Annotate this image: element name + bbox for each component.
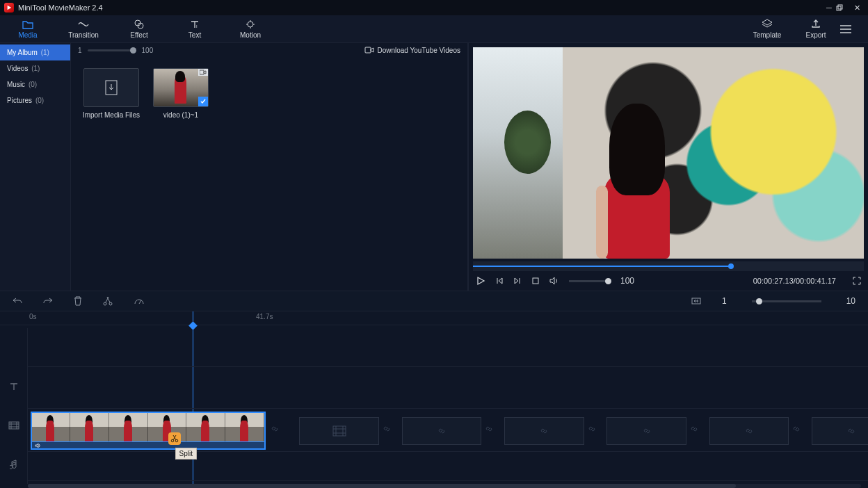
- media-item-label: video (1)~1: [152, 111, 210, 119]
- tab-label: Text: [167, 31, 223, 39]
- download-youtube-button[interactable]: Download YouTube Videos: [364, 46, 460, 54]
- zoom-slider[interactable]: [752, 300, 821, 302]
- svg-rect-9: [200, 70, 204, 74]
- close-button[interactable]: ✕: [850, 3, 864, 13]
- tab-motion[interactable]: Motion: [223, 19, 278, 39]
- sidebar-item-label: Videos: [7, 65, 28, 72]
- empty-clip-slot[interactable]: [606, 417, 686, 445]
- effect-icon: [111, 19, 167, 30]
- track-icon-text: [0, 367, 28, 406]
- media-item-video-1[interactable]: video (1)~1: [152, 68, 210, 119]
- volume-slider[interactable]: [569, 280, 611, 282]
- text-icon: I: [167, 19, 223, 30]
- sidebar-item-pictures[interactable]: Pictures (0): [0, 92, 70, 108]
- volume-icon[interactable]: [549, 277, 559, 285]
- template-button[interactable]: Template: [743, 19, 791, 39]
- template-icon: [743, 19, 791, 30]
- export-icon: [791, 19, 840, 30]
- tab-text[interactable]: I Text: [167, 19, 223, 39]
- clip-audio-strip: [32, 441, 264, 448]
- tab-media[interactable]: Media: [0, 19, 56, 39]
- menu-button[interactable]: [840, 25, 868, 33]
- video-badge-icon: [198, 69, 208, 76]
- transition-icon: [56, 19, 111, 30]
- main-tabs: Media Transition Effect I Text Motion Te…: [0, 15, 868, 43]
- hamburger-icon: [840, 25, 851, 33]
- preview-panel: 100 00:00:27.13/00:00:41.17: [468, 43, 868, 291]
- link-icon: [587, 424, 597, 434]
- tab-label: Export: [791, 31, 840, 39]
- prev-frame-button[interactable]: [495, 277, 504, 285]
- empty-clip-slot[interactable]: [299, 417, 379, 445]
- speaker-icon: [35, 443, 42, 448]
- tab-transition[interactable]: Transition: [56, 19, 111, 39]
- sidebar-item-label: My Album: [7, 49, 38, 56]
- timeline: 0s 41.7s Split: [0, 311, 868, 488]
- empty-clip-slot[interactable]: [812, 417, 868, 445]
- thumb-size-slider[interactable]: [88, 49, 136, 51]
- title-bar: MiniTool MovieMaker 2.4 ─ ✕: [0, 0, 868, 15]
- video-camera-icon: [364, 46, 374, 54]
- svg-text:I: I: [196, 24, 198, 29]
- time-total: 00:00:41.17: [796, 277, 836, 285]
- undo-button[interactable]: [13, 297, 22, 305]
- ruler-end: 41.7s: [256, 313, 273, 320]
- video-clip[interactable]: [31, 412, 266, 450]
- svg-rect-7: [365, 47, 371, 53]
- link-icon: [382, 424, 392, 434]
- tab-effect[interactable]: Effect: [111, 19, 167, 39]
- link-icon: [484, 424, 494, 434]
- svg-point-13: [109, 302, 112, 305]
- track-icon-audio: [0, 445, 28, 484]
- fullscreen-button[interactable]: [853, 277, 861, 285]
- speed-button[interactable]: [134, 297, 145, 305]
- track-icon-video: [0, 406, 28, 445]
- sidebar-item-my-album[interactable]: My Album (1): [0, 44, 70, 60]
- sidebar-item-label: Pictures: [7, 97, 32, 104]
- minimize-button[interactable]: ─: [822, 3, 836, 12]
- empty-clip-slot[interactable]: [504, 417, 584, 445]
- ruler-start: 0s: [29, 313, 37, 320]
- tab-label: Template: [743, 31, 791, 39]
- split-button[interactable]: [103, 296, 113, 306]
- app-title: MiniTool MovieMaker 2.4: [18, 3, 103, 12]
- export-button[interactable]: Export: [791, 19, 840, 39]
- sidebar-item-videos[interactable]: Videos (1): [0, 60, 70, 76]
- preview-seek-bar[interactable]: [473, 261, 864, 271]
- tab-label: Effect: [111, 31, 167, 39]
- import-file-icon: [102, 79, 120, 97]
- timeline-ruler[interactable]: 0s 41.7s: [0, 311, 868, 325]
- tab-label: Motion: [223, 31, 278, 39]
- fit-button[interactable]: [691, 298, 701, 304]
- sidebar-item-music[interactable]: Music (0): [0, 76, 70, 92]
- svg-point-6: [248, 22, 253, 27]
- sidebar-item-count: (1): [41, 49, 49, 56]
- play-button[interactable]: [476, 276, 485, 286]
- redo-button[interactable]: [43, 297, 53, 305]
- next-frame-button[interactable]: [513, 277, 522, 285]
- split-handle[interactable]: [168, 432, 181, 445]
- media-panel: 1 100 Download YouTube Videos Import Med…: [71, 43, 468, 291]
- media-item-label: Import Media Files: [82, 111, 140, 119]
- selected-check-icon: [198, 97, 208, 106]
- import-media-card[interactable]: Import Media Files: [82, 68, 140, 119]
- timeline-toolbar: 1 10: [0, 291, 868, 311]
- tab-label: Media: [0, 31, 56, 39]
- timeline-scrollbar[interactable]: [28, 484, 861, 488]
- empty-clip-slot[interactable]: [402, 417, 482, 445]
- svg-marker-10: [478, 277, 484, 284]
- app-logo-icon: [4, 3, 14, 13]
- svg-rect-15: [9, 422, 19, 429]
- link-icon: [689, 424, 699, 434]
- media-category-sidebar: My Album (1) Videos (1) Music (0) Pictur…: [0, 43, 71, 291]
- empty-clip-slot[interactable]: [709, 417, 789, 445]
- time-display: 00:00:27.13/00:00:41.17: [753, 277, 836, 285]
- stop-button[interactable]: [531, 277, 540, 285]
- volume-value: 100: [620, 276, 634, 286]
- maximize-button[interactable]: [836, 4, 850, 11]
- track-area[interactable]: Split: [28, 328, 868, 484]
- media-toolbar: 1 100 Download YouTube Videos: [71, 43, 467, 57]
- preview-viewport[interactable]: [473, 47, 864, 259]
- sidebar-item-count: (0): [35, 97, 44, 104]
- delete-button[interactable]: [74, 296, 82, 306]
